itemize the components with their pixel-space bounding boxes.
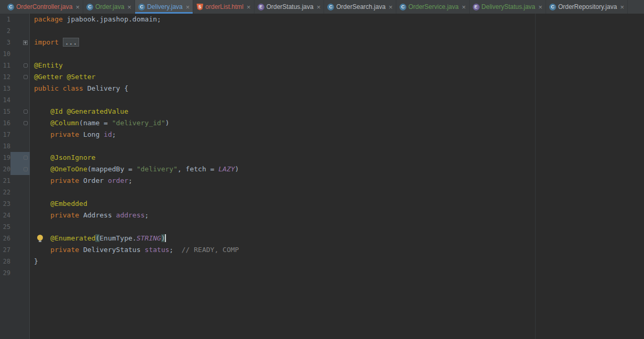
intention-bulb-icon[interactable] [37, 235, 43, 240]
code-row-15: 15 @Id @GeneratedValue [0, 106, 644, 117]
line-number: 21 [0, 175, 10, 187]
code-row-29: 29 [0, 267, 644, 279]
code-token: ; [112, 130, 116, 138]
gutter-icon-slot [10, 14, 30, 25]
tab-close-icon[interactable]: × [620, 4, 624, 10]
code-token: Address [79, 211, 116, 219]
code-line[interactable]: private Order order; [30, 175, 644, 187]
code-token: ... [63, 38, 79, 46]
code-token [34, 165, 50, 173]
code-row-1: 1package jpabook.jpashop.domain; [0, 14, 644, 25]
editor-area[interactable]: 1package jpabook.jpashop.domain;23import… [0, 14, 644, 339]
line-number: 15 [0, 106, 10, 117]
tab-close-icon[interactable]: × [462, 4, 466, 10]
code-token: DeliveryStatus [79, 246, 145, 254]
code-token: @Column [50, 119, 79, 127]
line-number: 10 [0, 48, 10, 60]
code-row-27: 27 private DeliveryStatus status; // REA… [0, 244, 644, 256]
line-number: 14 [0, 94, 10, 106]
code-line[interactable]: private DeliveryStatus status; // READY,… [30, 244, 644, 256]
text-caret [165, 234, 166, 242]
code-line[interactable]: @JsonIgnore [30, 152, 644, 163]
code-token: LAZY [218, 165, 235, 173]
tab-close-icon[interactable]: × [388, 4, 393, 10]
code-line[interactable] [30, 140, 644, 152]
tab-order-java[interactable]: COrder.java× [83, 0, 135, 14]
code-row-19: 19 @JsonIgnore [0, 152, 644, 163]
code-line[interactable]: @Embedded [30, 198, 644, 210]
code-line[interactable] [30, 48, 644, 60]
code-line[interactable]: private Long id; [30, 129, 644, 140]
code-line[interactable]: @Column(name = "delivery_id") [30, 117, 644, 129]
gutter-icon-slot [10, 106, 30, 117]
gutter-icon-slot [10, 256, 30, 267]
gutter-mark-icon [24, 63, 28, 68]
code-line[interactable] [30, 94, 644, 106]
tab-orderrepository-java[interactable]: COrderRepository.java× [546, 0, 628, 14]
code-line[interactable] [30, 25, 644, 37]
tab-close-icon[interactable]: × [317, 4, 321, 10]
code-line[interactable]: import ... [30, 37, 644, 48]
tab-orderlist-html[interactable]: 5orderList.html× [193, 0, 254, 14]
tab-close-icon[interactable]: × [127, 4, 131, 10]
code-line[interactable]: private Address address; [30, 210, 644, 221]
gutter-mark-icon [24, 75, 28, 79]
gutter-icon-slot [10, 129, 30, 140]
tab-close-icon[interactable]: × [247, 4, 251, 10]
code-line[interactable] [30, 221, 644, 233]
code-token: Order [79, 177, 108, 184]
code-row-26: 26 @Enumerated(EnumType.STRING) [0, 233, 644, 244]
code-line[interactable]: @Id @GeneratedValue [30, 106, 644, 117]
tab-ordercontroller-java[interactable]: COrderController.java× [4, 0, 83, 14]
code-row-14: 14 [0, 94, 644, 106]
code-line[interactable]: @Getter @Setter [30, 71, 644, 83]
code-line[interactable]: } [30, 256, 644, 267]
code-token: @Entity [34, 61, 63, 69]
tab-orderstatus-java[interactable]: EOrderStatus.java× [254, 0, 325, 14]
tab-close-icon[interactable]: × [75, 4, 80, 10]
code-token: ; [128, 177, 132, 184]
gutter-icon-slot [10, 221, 30, 233]
gutter-mark-icon [24, 156, 28, 160]
code-token: EnumType. [99, 234, 136, 242]
code-line[interactable] [30, 267, 644, 279]
tab-orderservice-java[interactable]: COrderService.java× [396, 0, 470, 14]
gutter-mark-icon [24, 121, 28, 125]
code-token: "delivery_id" [112, 119, 165, 127]
code-line[interactable] [30, 187, 644, 198]
code-row-28: 28} [0, 256, 644, 267]
code-token: ; [145, 211, 149, 219]
gutter-icon-slot [10, 25, 30, 37]
code-token: jpabook.jpashop.domain; [63, 15, 161, 23]
gutter-icon-slot [10, 71, 30, 83]
line-number: 12 [0, 71, 10, 83]
tab-deliverystatus-java[interactable]: EDeliveryStatus.java× [470, 0, 546, 14]
gutter-icon-slot [10, 187, 30, 198]
enum-file-icon: E [473, 4, 480, 10]
gutter-icon-slot [10, 117, 30, 129]
line-number: 28 [0, 256, 10, 267]
code-line[interactable]: package jpabook.jpashop.domain; [30, 14, 644, 25]
enum-file-icon: E [258, 4, 264, 10]
code-token: (name = [79, 119, 112, 127]
code-token [59, 38, 63, 46]
code-line[interactable]: public class Delivery { [30, 83, 644, 94]
tab-close-icon[interactable]: × [538, 4, 542, 10]
code-token [34, 177, 50, 184]
class-file-icon: C [86, 4, 93, 10]
gutter-icon-slot [10, 198, 30, 210]
gutter-mark-icon [24, 110, 28, 114]
tab-delivery-java[interactable]: CDelivery.java× [135, 0, 193, 14]
code-token: private [50, 246, 79, 254]
ide-window: COrderController.java×COrder.java×CDeliv… [0, 0, 644, 339]
line-number: 20 [0, 163, 10, 175]
code-token: order [108, 177, 128, 184]
code-line[interactable]: @Enumerated(EnumType.STRING) [30, 233, 644, 244]
code-token: // READY, COMP [182, 246, 239, 254]
code-line[interactable]: @OneToOne(mappedBy = "delivery", fetch =… [30, 163, 644, 175]
code-line[interactable]: @Entity [30, 60, 644, 71]
code-token: id [104, 130, 112, 138]
fold-expand-icon[interactable] [23, 40, 28, 45]
tab-close-icon[interactable]: × [186, 4, 190, 10]
tab-ordersearch-java[interactable]: COrderSearch.java× [324, 0, 396, 14]
